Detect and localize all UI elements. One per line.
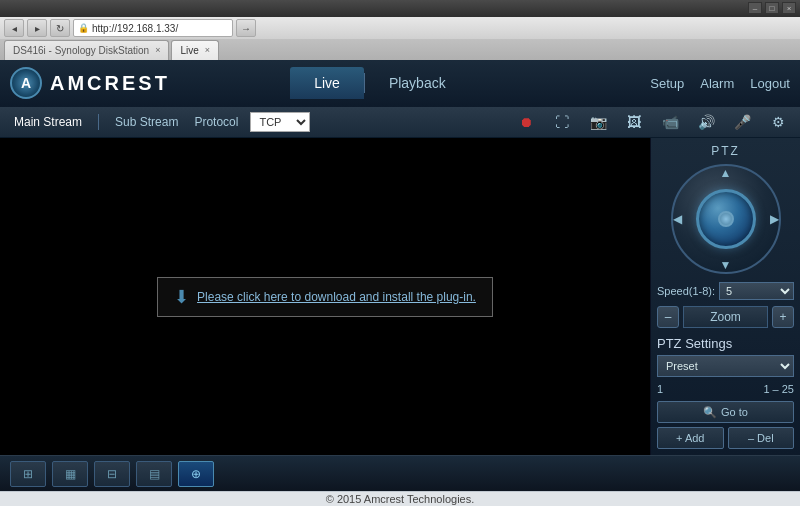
ptz-panel: PTZ ▲ ▼ ◀ ▶ Speed(1-8): 1234 5678 [650, 138, 800, 455]
tab-live[interactable]: Live × [171, 40, 219, 60]
zoom-in-button[interactable]: + [772, 306, 794, 328]
nav-right: Setup Alarm Logout [650, 76, 790, 91]
toolbar: Main Stream Sub Stream Protocol TCP UDP … [0, 107, 800, 139]
browser-tab-bar: DS416i - Synology DiskStation × Live × [0, 39, 800, 60]
refresh-button[interactable]: ↻ [50, 19, 70, 37]
ptz-add-del-row: + Add – Del [657, 427, 794, 449]
maximize-button[interactable]: □ [765, 2, 779, 14]
gallery-button[interactable]: 🖼 [622, 110, 646, 134]
protocol-select[interactable]: TCP UDP Multicast HTTP [250, 112, 310, 132]
nav-tabs: Live Playback [290, 67, 470, 99]
ptz-settings-title: PTZ Settings [657, 336, 732, 351]
ptz-joystick: ▲ ▼ ◀ ▶ [671, 164, 781, 274]
tab-diskstation[interactable]: DS416i - Synology DiskStation × [4, 40, 169, 60]
ptz-speed-label: Speed(1-8): [657, 285, 715, 297]
settings-button[interactable]: ⚙ [766, 110, 790, 134]
stream-divider [98, 114, 99, 130]
logo-text: AMCREST [50, 72, 170, 95]
ptz-goto-button[interactable]: 🔍 Go to [657, 401, 794, 423]
sub-stream-button[interactable]: Sub Stream [111, 113, 182, 131]
ptz-zoom-row: – Zoom + [657, 306, 794, 328]
ptz-range-start: 1 [657, 383, 663, 395]
nav-tab-live[interactable]: Live [290, 67, 364, 99]
address-bar[interactable]: 🔒 http://192.168.1.33/ [73, 19, 233, 37]
alarm-link[interactable]: Alarm [700, 76, 734, 91]
audio-button[interactable]: 🔊 [694, 110, 718, 134]
aspect-ratio-icon[interactable]: ⊞ [10, 461, 46, 487]
ptz-bottom-icon[interactable]: ⊕ [178, 461, 214, 487]
ptz-del-button[interactable]: – Del [728, 427, 795, 449]
ptz-right-button[interactable]: ▶ [770, 212, 779, 226]
multi-view-icon[interactable]: ⊟ [94, 461, 130, 487]
ptz-range-end: 1 – 25 [763, 383, 794, 395]
ptz-left-button[interactable]: ◀ [673, 212, 682, 226]
minimize-button[interactable]: – [748, 2, 762, 14]
ptz-up-button[interactable]: ▲ [720, 166, 732, 180]
search-icon: 🔍 [703, 406, 717, 419]
go-button[interactable]: → [236, 19, 256, 37]
camera-settings-button[interactable]: 📹 [658, 110, 682, 134]
zoom-out-button[interactable]: – [657, 306, 679, 328]
snapshot-button[interactable]: 📷 [586, 110, 610, 134]
address-text: http://192.168.1.33/ [92, 23, 178, 34]
tab-diskstation-label: DS416i - Synology DiskStation [13, 45, 149, 56]
logo-area: A AMCREST [10, 67, 170, 99]
ptz-center-dot [718, 211, 734, 227]
ptz-add-button[interactable]: + Add [657, 427, 724, 449]
forward-button[interactable]: ▸ [27, 19, 47, 37]
close-button[interactable]: × [782, 2, 796, 14]
download-icon: ⬇ [174, 286, 189, 308]
plugin-message-box: ⬇ Please click here to download and inst… [157, 277, 493, 317]
main-stream-button[interactable]: Main Stream [10, 113, 86, 131]
ptz-down-button[interactable]: ▼ [720, 258, 732, 272]
browser-titlebar: – □ × [0, 0, 800, 17]
zoom-label: Zoom [683, 306, 768, 328]
ptz-inner-disc[interactable] [696, 189, 756, 249]
logout-link[interactable]: Logout [750, 76, 790, 91]
tab-live-close[interactable]: × [205, 45, 210, 55]
fullscreen-button[interactable]: ⛶ [550, 110, 574, 134]
grid-view-icon[interactable]: ▦ [52, 461, 88, 487]
nav-tab-playback[interactable]: Playback [365, 67, 470, 99]
ptz-title: PTZ [711, 144, 740, 158]
microphone-button[interactable]: 🎤 [730, 110, 754, 134]
video-area: ⬇ Please click here to download and inst… [0, 138, 650, 455]
footer: © 2015 Amcrest Technologies. [0, 491, 800, 506]
tab-live-label: Live [180, 45, 198, 56]
video-ptz-row: ⬇ Please click here to download and inst… [0, 138, 800, 455]
ptz-speed-select[interactable]: 1234 5678 [719, 282, 794, 300]
address-icon: 🔒 [78, 23, 89, 33]
browser-toolbar: ◂ ▸ ↻ 🔒 http://192.168.1.33/ → [0, 17, 800, 39]
split-view-icon[interactable]: ▤ [136, 461, 172, 487]
setup-link[interactable]: Setup [650, 76, 684, 91]
ptz-preset-select[interactable]: Preset Tour Pattern Auto Scan [657, 355, 794, 377]
plugin-download-link[interactable]: Please click here to download and instal… [197, 290, 476, 304]
copyright-text: © 2015 Amcrest Technologies. [326, 493, 475, 505]
record-button[interactable]: ⏺ [514, 110, 538, 134]
app-header: A AMCREST Live Playback Setup Alarm Logo… [0, 60, 800, 107]
ptz-speed-row: Speed(1-8): 1234 5678 [657, 282, 794, 300]
tab-diskstation-close[interactable]: × [155, 45, 160, 55]
logo-icon: A [10, 67, 42, 99]
bottom-bar: ⊞ ▦ ⊟ ▤ ⊕ [0, 455, 800, 491]
back-button[interactable]: ◂ [4, 19, 24, 37]
ptz-range-row: 1 1 – 25 [657, 383, 794, 395]
app-container: – □ × ◂ ▸ ↻ 🔒 http://192.168.1.33/ → DS4… [0, 0, 800, 506]
protocol-label: Protocol [194, 115, 238, 129]
